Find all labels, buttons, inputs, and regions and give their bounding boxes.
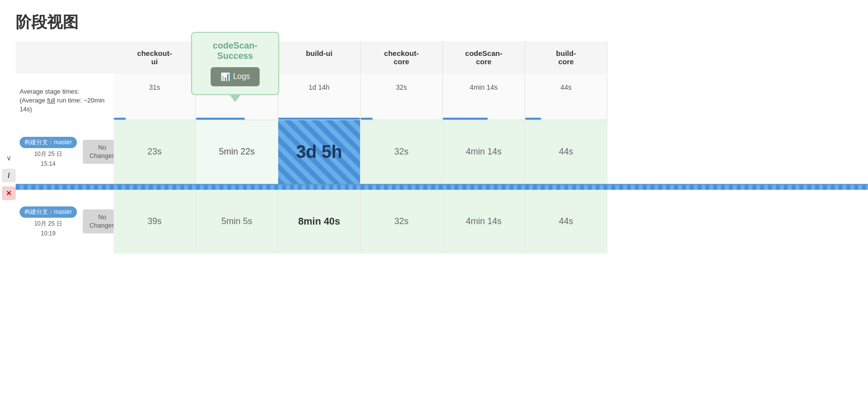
build-2-stages: 39s 5min 5s 8min 40s 32s 4min 14s 44s	[114, 190, 868, 254]
stages-header-row: checkout- ui codeScan- ui build-ui check…	[114, 41, 607, 74]
header-spacer	[16, 41, 114, 74]
build-2-badge[interactable]: 构建分支：master	[20, 206, 77, 218]
build-1-stage-checkout-core[interactable]: 32s	[361, 120, 443, 184]
build-2-stage-checkout-ui[interactable]: 39s	[114, 190, 196, 254]
build-row-2: 构建分支：master 10月 25 日 10:19 No Changes 39…	[16, 190, 868, 254]
avg-time-checkout-core: 32s	[361, 74, 443, 120]
build-1-badge[interactable]: 构建分支：master	[20, 137, 77, 148]
avg-time-build-core: 44s	[525, 74, 607, 120]
header-area: checkout- ui codeScan- ui build-ui check…	[16, 41, 868, 74]
build-1-left: 构建分支：master 10月 25 日 15:14 No Changes	[16, 120, 114, 184]
build-1-stage-codescan-core[interactable]: 4min 14s	[443, 120, 525, 184]
build-2-stage-build-core[interactable]: 44s	[525, 190, 607, 254]
build-1-meta: 构建分支：master 10月 25 日 15:14	[20, 137, 77, 167]
build-2-date: 10月 25 日	[20, 220, 77, 228]
build-2-meta: 构建分支：master 10月 25 日 10:19	[20, 206, 77, 237]
close-icon[interactable]: ✕	[2, 186, 16, 200]
build-2-stage-checkout-core[interactable]: 32s	[361, 190, 443, 254]
build-1-stage-build-core[interactable]: 44s	[525, 120, 607, 184]
build-1-date: 10月 25 日	[20, 150, 77, 158]
sidebar: ∨ / ✕	[0, 147, 18, 204]
build-1-time: 15:14	[20, 160, 77, 167]
avg-time-build-ui: 1d 14h	[278, 74, 361, 120]
stage-header-build-ui: build-ui	[278, 41, 361, 74]
tooltip-arrow	[229, 94, 241, 102]
slash-icon[interactable]: /	[2, 169, 16, 182]
build-1-stage-codescan-ui[interactable]: codeScan-Success 📊 Logs 5min 22s	[196, 120, 278, 184]
build-2-time: 10:19	[20, 230, 77, 237]
build-1-stage-build-ui[interactable]: 3d 5h	[278, 120, 361, 184]
stage-header-checkout-ui: checkout- ui	[114, 41, 196, 74]
avg-label-col: Average stage times: (Average full run t…	[16, 74, 114, 120]
average-row: Average stage times: (Average full run t…	[16, 74, 868, 120]
build-2-stage-build-ui[interactable]: 8min 40s	[278, 190, 361, 254]
avg-time-row: 31s 5min 14s 1d 14h 32s 4min 14s 44s	[114, 74, 607, 120]
chevron-icon[interactable]: ∨	[2, 151, 16, 165]
chart-icon: 📊	[220, 72, 230, 81]
build-2-stage-codescan-ui[interactable]: 5min 5s	[196, 190, 278, 254]
stage-header-build-core: build- core	[525, 41, 607, 74]
logs-button[interactable]: 📊 Logs	[211, 67, 260, 86]
stage-header-codescan-core: codeScan- core	[443, 41, 525, 74]
stage-header-checkout-core: checkout- core	[361, 41, 443, 74]
build-row-1: 构建分支：master 10月 25 日 15:14 No Changes 23…	[16, 120, 868, 185]
blue-separator	[16, 185, 868, 190]
stage-view: checkout- ui codeScan- ui build-ui check…	[16, 41, 868, 254]
page-title: 阶段视图	[0, 0, 868, 41]
build-2-left: 构建分支：master 10月 25 日 10:19 No Changes	[16, 190, 114, 254]
avg-time-checkout-ui: 31s	[114, 74, 196, 120]
avg-time-codescan-core: 4min 14s	[443, 74, 525, 120]
build-2-stage-codescan-core[interactable]: 4min 14s	[443, 190, 525, 254]
codescan-tooltip: codeScan-Success 📊 Logs	[191, 32, 279, 95]
avg-label-text: Average stage times: (Average full run t…	[16, 77, 114, 116]
build-1-stages: 23s codeScan-Success 📊 Logs 5min 22s 3d …	[114, 120, 868, 184]
tooltip-title: codeScan-Success	[200, 41, 270, 61]
build-1-stage-checkout-ui[interactable]: 23s	[114, 120, 196, 184]
